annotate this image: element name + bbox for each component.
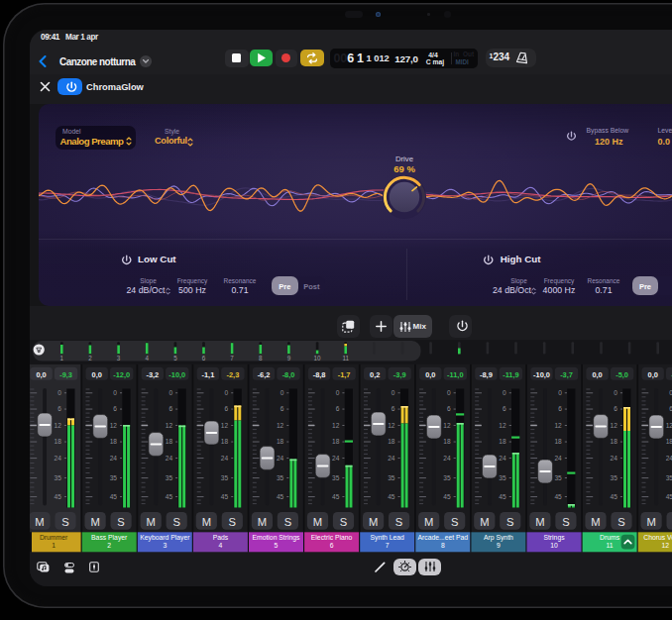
svg-text:12: 12 <box>332 422 340 429</box>
svg-text:12: 12 <box>166 422 173 429</box>
svg-text:24: 24 <box>443 455 451 462</box>
svg-text:12: 12 <box>666 422 672 429</box>
svg-text:S: S <box>395 516 402 528</box>
svg-text:-11,0: -11,0 <box>447 370 463 379</box>
svg-text:35: 35 <box>277 474 284 481</box>
svg-text:0,0: 0,0 <box>592 370 602 379</box>
svg-text:18: 18 <box>388 438 395 445</box>
svg-text:18: 18 <box>332 438 340 445</box>
svg-text:18: 18 <box>110 438 118 445</box>
svg-text:10: 10 <box>550 542 558 549</box>
svg-text:45: 45 <box>388 493 395 500</box>
svg-text:S: S <box>617 516 624 528</box>
svg-text:18: 18 <box>443 438 451 445</box>
svg-text:45: 45 <box>166 493 173 500</box>
svg-text:-8,9: -8,9 <box>480 370 493 379</box>
svg-text:M: M <box>313 516 322 528</box>
svg-text:-3,9: -3,9 <box>393 370 406 379</box>
svg-text:S: S <box>451 516 458 528</box>
svg-text:0: 0 <box>447 389 451 396</box>
svg-text:0: 0 <box>392 389 395 396</box>
svg-text:-1,1: -1,1 <box>202 370 215 379</box>
svg-text:12: 12 <box>388 422 395 429</box>
svg-text:M: M <box>369 516 378 528</box>
svg-text:35: 35 <box>554 474 562 481</box>
svg-text:M: M <box>646 516 655 528</box>
svg-text:24: 24 <box>166 455 173 462</box>
svg-text:-1,7: -1,7 <box>338 370 351 379</box>
svg-text:6: 6 <box>280 405 284 412</box>
svg-text:S: S <box>284 516 291 528</box>
svg-text:35: 35 <box>221 474 229 481</box>
svg-text:0: 0 <box>225 389 229 396</box>
svg-text:12: 12 <box>554 422 562 429</box>
svg-text:-10,0: -10,0 <box>533 370 550 379</box>
svg-text:45: 45 <box>332 493 340 500</box>
svg-text:18: 18 <box>55 438 62 445</box>
svg-text:-8,8: -8,8 <box>313 370 326 379</box>
svg-text:-3,7: -3,7 <box>560 370 573 379</box>
svg-text:Drums: Drums <box>600 534 620 541</box>
svg-text:24: 24 <box>666 455 672 462</box>
svg-text:Pads: Pads <box>213 534 229 541</box>
svg-text:35: 35 <box>110 474 118 481</box>
svg-text:7: 7 <box>386 542 390 549</box>
svg-text:S: S <box>340 516 347 528</box>
svg-text:M: M <box>424 516 433 528</box>
svg-text:-2,3: -2,3 <box>227 370 240 379</box>
svg-text:24: 24 <box>221 455 229 462</box>
svg-text:45: 45 <box>55 493 62 500</box>
svg-text:0,2: 0,2 <box>370 370 380 379</box>
svg-text:24: 24 <box>277 455 284 462</box>
svg-text:6: 6 <box>392 405 395 412</box>
svg-text:0: 0 <box>168 389 172 396</box>
svg-text:24: 24 <box>332 455 340 462</box>
svg-text:M: M <box>258 516 267 528</box>
svg-text:11: 11 <box>607 542 614 549</box>
svg-text:35: 35 <box>332 474 340 481</box>
svg-text:Arp Synth: Arp Synth <box>484 534 513 542</box>
svg-text:35: 35 <box>499 474 506 481</box>
svg-text:18: 18 <box>499 438 506 445</box>
svg-text:12: 12 <box>611 422 618 429</box>
svg-text:0,0: 0,0 <box>92 370 102 379</box>
svg-text:45: 45 <box>666 493 672 500</box>
svg-text:-12,0: -12,0 <box>113 370 130 379</box>
svg-text:2: 2 <box>107 542 111 549</box>
svg-text:6: 6 <box>558 405 562 412</box>
svg-text:-5,0: -5,0 <box>616 370 628 379</box>
svg-text:6: 6 <box>614 405 617 412</box>
svg-text:M: M <box>202 516 211 528</box>
svg-text:45: 45 <box>554 493 562 500</box>
svg-text:-10,0: -10,0 <box>168 370 185 379</box>
svg-text:S: S <box>61 516 68 528</box>
svg-text:6: 6 <box>168 405 172 412</box>
svg-text:S: S <box>229 516 236 528</box>
svg-text:Keyboard Player: Keyboard Player <box>140 534 190 542</box>
svg-text:M: M <box>591 516 600 528</box>
svg-text:18: 18 <box>221 438 229 445</box>
svg-text:0,0: 0,0 <box>648 370 658 379</box>
svg-text:Emotion Strings: Emotion Strings <box>253 534 301 542</box>
svg-text:-3,2: -3,2 <box>146 370 159 379</box>
svg-text:6: 6 <box>225 405 229 412</box>
svg-text:24: 24 <box>55 455 62 462</box>
svg-text:45: 45 <box>499 493 506 500</box>
svg-text:24: 24 <box>611 455 618 462</box>
svg-text:S: S <box>506 516 513 528</box>
svg-text:35: 35 <box>388 474 395 481</box>
svg-text:45: 45 <box>443 493 451 500</box>
svg-text:18: 18 <box>554 438 562 445</box>
svg-text:0,0: 0,0 <box>425 370 435 379</box>
svg-text:Drummer: Drummer <box>40 534 68 541</box>
svg-text:0: 0 <box>503 389 506 396</box>
svg-text:35: 35 <box>666 474 672 481</box>
svg-text:6: 6 <box>336 405 340 412</box>
svg-text:12: 12 <box>661 542 669 549</box>
svg-text:3: 3 <box>163 542 167 549</box>
svg-text:12: 12 <box>443 422 451 429</box>
svg-text:0: 0 <box>113 389 117 396</box>
svg-text:24: 24 <box>110 455 118 462</box>
svg-text:Arcade...eet Pad: Arcade...eet Pad <box>417 534 468 541</box>
svg-text:6: 6 <box>503 405 506 412</box>
